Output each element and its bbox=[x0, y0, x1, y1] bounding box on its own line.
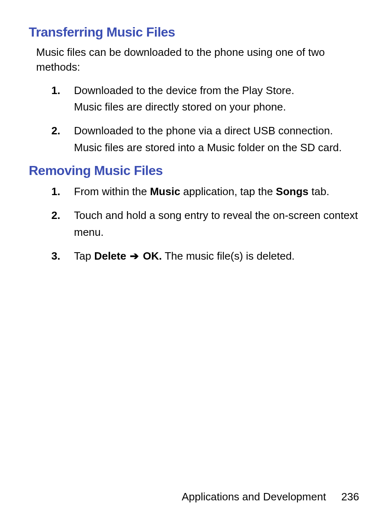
list-item: Downloaded to the device from the Play S… bbox=[29, 82, 363, 115]
page-footer: Applications and Development 236 bbox=[182, 491, 359, 503]
heading-transferring: Transferring Music Files bbox=[29, 25, 363, 40]
intro-paragraph: Music files can be downloaded to the pho… bbox=[29, 45, 363, 75]
arrow-icon: ➔ bbox=[126, 250, 143, 262]
text-segment: Tap bbox=[74, 250, 94, 262]
list-item-line2: Music files are directly stored on your … bbox=[74, 99, 363, 115]
text-segment: Touch and hold a song entry to reveal th… bbox=[74, 209, 358, 238]
footer-section-title: Applications and Development bbox=[182, 491, 326, 503]
text-segment: The music file(s) is deleted. bbox=[162, 250, 295, 262]
list-item: Tap Delete ➔ OK. The music file(s) is de… bbox=[29, 248, 363, 264]
list-item-line2: Music files are stored into a Music fold… bbox=[74, 139, 363, 156]
list-item: Touch and hold a song entry to reveal th… bbox=[29, 207, 363, 240]
removing-list: From within the Music application, tap t… bbox=[29, 183, 363, 264]
list-item: Downloaded to the phone via a direct USB… bbox=[29, 122, 363, 156]
bold-text: Music bbox=[150, 185, 180, 198]
list-item-line1: Downloaded to the phone via a direct USB… bbox=[74, 122, 363, 139]
text-segment: tab. bbox=[309, 185, 330, 198]
text-segment: From within the bbox=[74, 185, 150, 198]
bold-text: Delete bbox=[94, 250, 126, 262]
bold-text: OK. bbox=[143, 250, 162, 262]
list-item: From within the Music application, tap t… bbox=[29, 183, 363, 200]
text-segment: application, tap the bbox=[180, 185, 276, 198]
footer-page-number: 236 bbox=[341, 491, 359, 503]
bold-text: Songs bbox=[276, 185, 308, 198]
transferring-list: Downloaded to the device from the Play S… bbox=[29, 82, 363, 156]
heading-removing: Removing Music Files bbox=[29, 163, 363, 178]
list-item-line1: Downloaded to the device from the Play S… bbox=[74, 82, 363, 99]
